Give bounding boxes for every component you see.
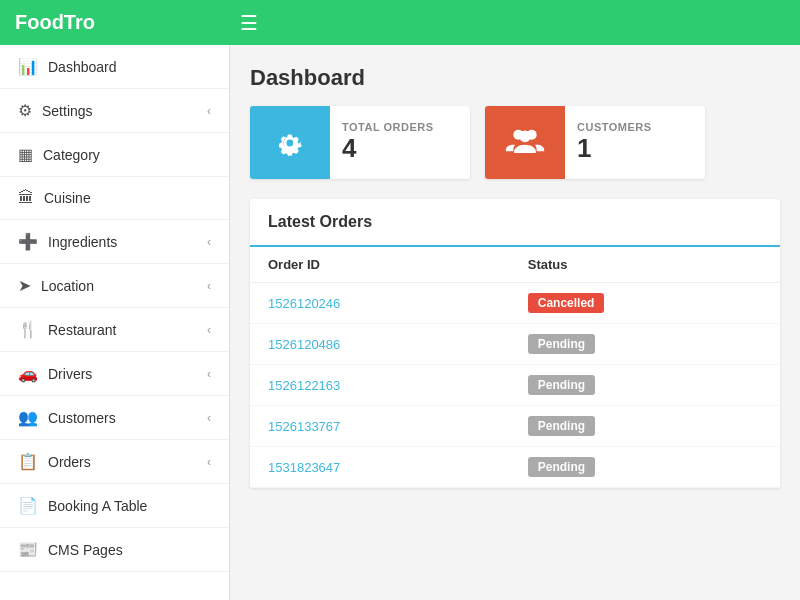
- total-orders-card: TOTAL ORDERS 4: [250, 106, 470, 179]
- orders-icon-box: [250, 106, 330, 179]
- category-label: Category: [43, 147, 100, 163]
- cuisine-label: Cuisine: [44, 190, 91, 206]
- dashboard-label: Dashboard: [48, 59, 117, 75]
- sidebar-item-orders[interactable]: 📋Orders‹: [0, 440, 229, 484]
- status-badge: Pending: [528, 334, 595, 354]
- dashboard-icon: 📊: [18, 57, 38, 76]
- status-cell: Cancelled: [510, 283, 780, 324]
- settings-icon: ⚙: [18, 101, 32, 120]
- latest-orders-title: Latest Orders: [250, 199, 780, 247]
- settings-label: Settings: [42, 103, 93, 119]
- location-label: Location: [41, 278, 94, 294]
- sidebar-item-ingredients[interactable]: ➕Ingredients‹: [0, 220, 229, 264]
- sidebar-item-restaurant[interactable]: 🍴Restaurant‹: [0, 308, 229, 352]
- ingredients-icon: ➕: [18, 232, 38, 251]
- customers-card: CUSTOMERS 1: [485, 106, 705, 179]
- sidebar-item-cuisine[interactable]: 🏛Cuisine: [0, 177, 229, 220]
- order-id-cell[interactable]: 1526120246: [250, 283, 510, 324]
- sidebar: 📊Dashboard⚙Settings‹▦Category🏛Cuisine➕In…: [0, 45, 230, 600]
- status-cell: Pending: [510, 324, 780, 365]
- customers-icon-box: [485, 106, 565, 179]
- drivers-chevron-icon: ‹: [207, 367, 211, 381]
- orders-value: 4: [342, 133, 434, 164]
- customers-stat-info: CUSTOMERS 1: [565, 106, 664, 179]
- orders-table: Order ID Status 1526120246Cancelled15261…: [250, 247, 780, 488]
- table-row: 1526122163Pending: [250, 365, 780, 406]
- drivers-label: Drivers: [48, 366, 92, 382]
- order-id-cell[interactable]: 1531823647: [250, 447, 510, 488]
- page-title: Dashboard: [250, 65, 780, 91]
- sidebar-item-category[interactable]: ▦Category: [0, 133, 229, 177]
- hamburger-menu-button[interactable]: ☰: [240, 11, 258, 35]
- settings-chevron-icon: ‹: [207, 104, 211, 118]
- restaurant-icon: 🍴: [18, 320, 38, 339]
- status-badge: Pending: [528, 457, 595, 477]
- order-id-cell[interactable]: 1526120486: [250, 324, 510, 365]
- orders-label: TOTAL ORDERS: [342, 121, 434, 133]
- location-chevron-icon: ‹: [207, 279, 211, 293]
- drivers-icon: 🚗: [18, 364, 38, 383]
- status-badge: Pending: [528, 416, 595, 436]
- status-cell: Pending: [510, 406, 780, 447]
- sidebar-item-booking[interactable]: 📄Booking A Table: [0, 484, 229, 528]
- orders-label: Orders: [48, 454, 91, 470]
- people-icon: [505, 123, 545, 163]
- restaurant-label: Restaurant: [48, 322, 116, 338]
- sidebar-item-dashboard[interactable]: 📊Dashboard: [0, 45, 229, 89]
- cms-label: CMS Pages: [48, 542, 123, 558]
- table-row: 1526120246Cancelled: [250, 283, 780, 324]
- sidebar-item-customers[interactable]: 👥Customers‹: [0, 396, 229, 440]
- customers-chevron-icon: ‹: [207, 411, 211, 425]
- table-row: 1526133767Pending: [250, 406, 780, 447]
- ingredients-chevron-icon: ‹: [207, 235, 211, 249]
- stats-row: TOTAL ORDERS 4 CUSTOME: [250, 106, 780, 179]
- status-badge: Pending: [528, 375, 595, 395]
- table-row: 1531823647Pending: [250, 447, 780, 488]
- location-icon: ➤: [18, 276, 31, 295]
- booking-label: Booking A Table: [48, 498, 147, 514]
- customers-value: 1: [577, 133, 652, 164]
- restaurant-chevron-icon: ‹: [207, 323, 211, 337]
- sidebar-item-settings[interactable]: ⚙Settings‹: [0, 89, 229, 133]
- col-header-status: Status: [510, 247, 780, 283]
- cms-icon: 📰: [18, 540, 38, 559]
- status-cell: Pending: [510, 365, 780, 406]
- orders-icon: 📋: [18, 452, 38, 471]
- app-logo: FoodTro: [15, 11, 240, 34]
- order-id-cell[interactable]: 1526133767: [250, 406, 510, 447]
- category-icon: ▦: [18, 145, 33, 164]
- main-layout: 📊Dashboard⚙Settings‹▦Category🏛Cuisine➕In…: [0, 45, 800, 600]
- ingredients-label: Ingredients: [48, 234, 117, 250]
- customers-icon: 👥: [18, 408, 38, 427]
- customers-label: CUSTOMERS: [577, 121, 652, 133]
- booking-icon: 📄: [18, 496, 38, 515]
- top-header: FoodTro ☰: [0, 0, 800, 45]
- content-area: Dashboard TOTAL ORDERS 4: [230, 45, 800, 600]
- col-header-order-id: Order ID: [250, 247, 510, 283]
- customers-label: Customers: [48, 410, 116, 426]
- latest-orders-section: Latest Orders Order ID Status 1526120246…: [250, 199, 780, 488]
- status-badge: Cancelled: [528, 293, 605, 313]
- order-id-cell[interactable]: 1526122163: [250, 365, 510, 406]
- svg-point-2: [519, 130, 531, 142]
- table-row: 1526120486Pending: [250, 324, 780, 365]
- gear-icon: [272, 125, 308, 161]
- sidebar-item-drivers[interactable]: 🚗Drivers‹: [0, 352, 229, 396]
- sidebar-item-location[interactable]: ➤Location‹: [0, 264, 229, 308]
- status-cell: Pending: [510, 447, 780, 488]
- cuisine-icon: 🏛: [18, 189, 34, 207]
- orders-chevron-icon: ‹: [207, 455, 211, 469]
- orders-stat-info: TOTAL ORDERS 4: [330, 106, 446, 179]
- sidebar-item-cms[interactable]: 📰CMS Pages: [0, 528, 229, 572]
